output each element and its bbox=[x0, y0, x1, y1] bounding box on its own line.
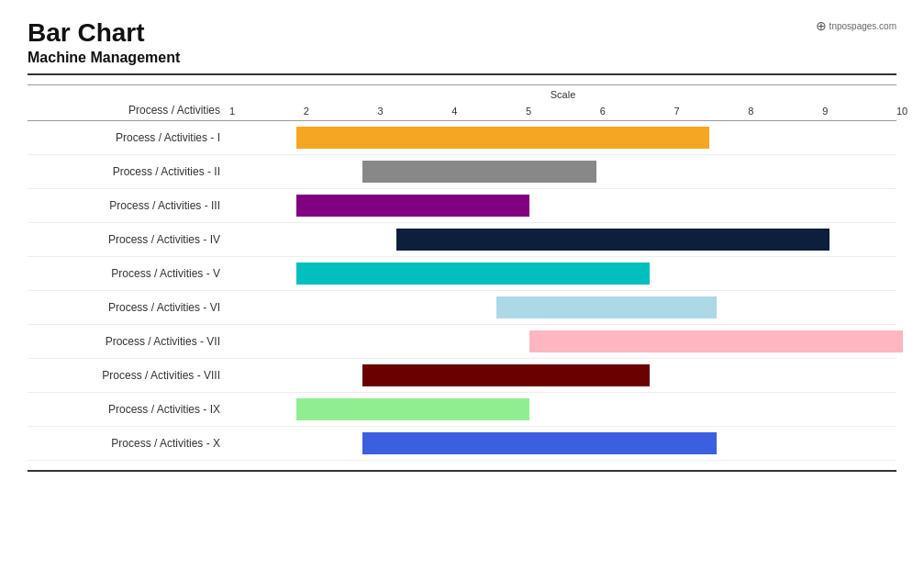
table-row: Process / Activities - I bbox=[28, 121, 896, 155]
row-label: Process / Activities - III bbox=[28, 199, 229, 212]
bar-5 bbox=[296, 263, 650, 285]
row-label: Process / Activities - IV bbox=[28, 233, 229, 246]
watermark: ⊕ tnpospages.com bbox=[816, 18, 896, 33]
bar-area bbox=[229, 296, 896, 319]
scale-ticks: 12345678910 bbox=[229, 106, 896, 117]
table-row: Process / Activities - VI bbox=[28, 291, 896, 325]
bar-9 bbox=[296, 398, 529, 420]
scale-label: Scale bbox=[551, 89, 576, 100]
row-label: Process / Activities - X bbox=[28, 437, 229, 450]
chart-area: Process / Activities Scale 12345678910 P… bbox=[28, 84, 896, 461]
chart-title: Bar Chart bbox=[28, 18, 896, 48]
row-label: Process / Activities - IX bbox=[28, 403, 229, 416]
table-row: Process / Activities - V bbox=[28, 257, 896, 291]
bar-area bbox=[229, 330, 896, 353]
table-row: Process / Activities - IV bbox=[28, 223, 896, 257]
bar-area bbox=[229, 160, 896, 184]
bar-7 bbox=[529, 330, 903, 352]
bar-area bbox=[229, 363, 896, 387]
row-label: Process / Activities - VII bbox=[28, 335, 229, 348]
label-column-header: Process / Activities bbox=[28, 104, 229, 117]
row-label: Process / Activities - VIII bbox=[28, 369, 229, 382]
bar-8 bbox=[362, 364, 650, 386]
bar-area bbox=[229, 194, 896, 218]
bar-area bbox=[229, 397, 896, 421]
table-row: Process / Activities - VII bbox=[28, 325, 896, 359]
footer-line bbox=[28, 470, 896, 472]
bar-3 bbox=[296, 195, 529, 217]
data-rows: Process / Activities - IProcess / Activi… bbox=[28, 121, 896, 461]
table-row: Process / Activities - VIII bbox=[28, 359, 896, 393]
bar-1 bbox=[296, 127, 710, 149]
table-row: Process / Activities - X bbox=[28, 427, 896, 461]
bar-4 bbox=[396, 229, 830, 251]
table-row: Process / Activities - IX bbox=[28, 393, 896, 427]
bar-area bbox=[229, 228, 896, 251]
compass-icon: ⊕ bbox=[816, 18, 827, 33]
row-label: Process / Activities - I bbox=[28, 131, 229, 144]
bar-6 bbox=[496, 296, 717, 318]
row-label: Process / Activities - V bbox=[28, 267, 229, 280]
page: Bar Chart Machine Management ⊕ tnpospage… bbox=[0, 0, 924, 581]
bar-area bbox=[229, 431, 896, 455]
table-row: Process / Activities - II bbox=[28, 155, 896, 189]
table-row: Process / Activities - III bbox=[28, 189, 896, 223]
bar-area bbox=[229, 126, 896, 150]
bar-2 bbox=[362, 161, 596, 183]
scale-column: Scale 12345678910 bbox=[229, 89, 896, 117]
bar-area bbox=[229, 262, 896, 285]
scale-header-row: Process / Activities Scale 12345678910 bbox=[28, 84, 896, 121]
row-label: Process / Activities - VI bbox=[28, 301, 229, 314]
bar-10 bbox=[362, 432, 716, 454]
chart-header: Bar Chart Machine Management bbox=[28, 18, 896, 75]
row-label: Process / Activities - II bbox=[28, 165, 229, 178]
chart-subtitle: Machine Management bbox=[28, 50, 896, 66]
